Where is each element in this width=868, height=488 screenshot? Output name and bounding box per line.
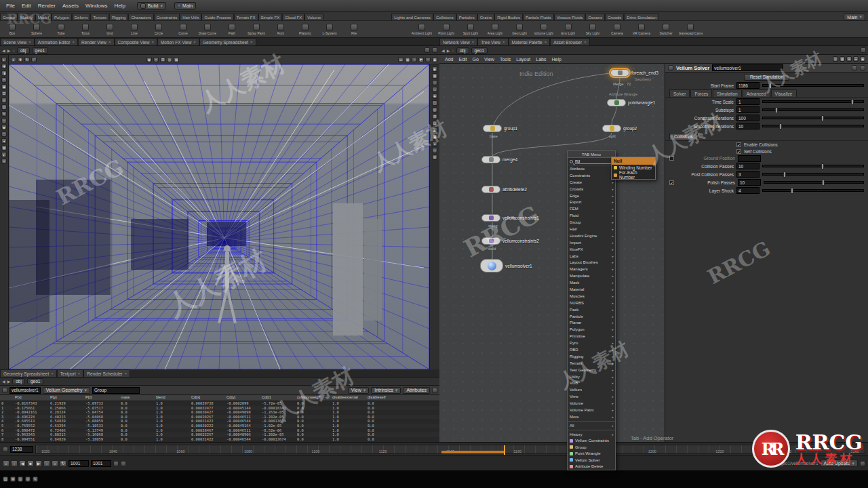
shelf-tab[interactable]: Texture bbox=[90, 14, 109, 20]
tab-menu-category[interactable]: Mask bbox=[568, 279, 615, 286]
param-field[interactable]: 10 bbox=[738, 179, 761, 186]
pane-menu-icon[interactable] bbox=[432, 47, 437, 53]
status-bar-icon[interactable]: ✎ bbox=[33, 476, 38, 482]
viewport-tool-icon[interactable]: ▤ bbox=[1, 104, 7, 110]
column-header[interactable]: Cd[z] bbox=[260, 395, 296, 401]
param-field[interactable]: 3 bbox=[736, 171, 760, 178]
tab-menu-category[interactable]: Houdini Engine bbox=[568, 232, 615, 239]
viewport-tool-icon[interactable]: ▸ bbox=[11, 57, 16, 62]
tab-menu-category[interactable]: Layout Brushes bbox=[568, 259, 615, 266]
tab-menu-category[interactable]: View bbox=[568, 393, 615, 400]
node-body[interactable] bbox=[481, 156, 500, 163]
tab-menu-category[interactable]: Volume Paint bbox=[568, 407, 615, 413]
status-bar-icon[interactable]: ⊞ bbox=[10, 476, 16, 482]
tab-menu-category[interactable]: Material bbox=[568, 286, 615, 293]
reset-simulation-button[interactable]: Reset Simulation bbox=[744, 74, 789, 81]
breadcrumb-geo1[interactable]: geo1 bbox=[32, 47, 48, 54]
node-body[interactable] bbox=[483, 125, 502, 132]
tab-menu-category[interactable]: Pyro bbox=[568, 340, 615, 346]
shelf-tool[interactable]: Ambient Light bbox=[410, 24, 434, 35]
tab-menu-category[interactable]: Labs bbox=[568, 253, 615, 260]
shelf-tool[interactable]: L-System bbox=[317, 24, 342, 35]
viewport-tool-icon[interactable]: ▣ bbox=[1, 84, 7, 89]
shelf-tab[interactable]: Lights and Cameras bbox=[391, 14, 433, 20]
menu-item[interactable]: File bbox=[3, 3, 18, 9]
shelf-tool[interactable]: Area Light bbox=[483, 24, 507, 35]
viewport-tool-icon[interactable]: ▣ bbox=[432, 57, 437, 62]
shelf-tool[interactable]: Line bbox=[122, 24, 146, 35]
table-row[interactable]: 1-0.1756616.25066-5.075170.01.00.0003247… bbox=[0, 406, 439, 411]
shelf-tool[interactable]: Path bbox=[220, 24, 244, 35]
params-node-name-field[interactable]: vellumsolver1 bbox=[712, 64, 783, 71]
back-icon[interactable]: ◀ bbox=[2, 379, 5, 384]
tab-menu-category[interactable]: Create bbox=[568, 179, 615, 186]
range-start-field[interactable]: 1001 bbox=[68, 460, 89, 467]
pane-tab[interactable]: Motion FX View bbox=[157, 38, 199, 45]
pane-tab[interactable]: Tree View bbox=[477, 38, 508, 45]
network-tool-icon[interactable]: ⊞ bbox=[846, 56, 852, 62]
shelf-tab[interactable]: Particles bbox=[456, 14, 477, 20]
shelf-tab[interactable]: Crowds bbox=[605, 14, 624, 20]
shelf-tab[interactable]: Guide Process bbox=[201, 14, 233, 20]
main-desktop-chip[interactable]: + Main bbox=[174, 2, 196, 9]
status-bar-icon[interactable]: ◎ bbox=[18, 476, 23, 482]
viewport-tool-icon[interactable]: ▦ bbox=[174, 57, 179, 62]
collisions-section-tab[interactable]: Collisions bbox=[669, 133, 698, 140]
menu-item[interactable]: Windows bbox=[82, 3, 111, 9]
tab-menu-category[interactable]: Attribute bbox=[568, 165, 615, 172]
shelf-tool[interactable]: File bbox=[342, 24, 366, 35]
self-collisions-checkbox[interactable] bbox=[736, 149, 741, 154]
pane-tab[interactable]: Composite View bbox=[115, 38, 157, 45]
param-field[interactable]: 4 bbox=[736, 187, 760, 194]
tab-menu-category[interactable]: Manipulate bbox=[568, 272, 615, 279]
playhead[interactable] bbox=[504, 445, 505, 455]
tab-menu-category[interactable]: Polygon bbox=[568, 326, 615, 333]
menu-item[interactable]: Help bbox=[111, 3, 128, 9]
gear-icon[interactable] bbox=[852, 65, 857, 70]
shelf-tab[interactable]: Rigid Bodies bbox=[494, 14, 523, 20]
shelf-tool[interactable]: Switcher bbox=[654, 24, 678, 35]
param-slider[interactable] bbox=[762, 125, 864, 127]
tab-menu-category[interactable]: Edge bbox=[568, 192, 615, 199]
back-icon[interactable]: ◀ bbox=[441, 48, 445, 53]
desktop-selector[interactable]: Build ▾ bbox=[137, 2, 166, 9]
forward-icon[interactable]: ▶ bbox=[447, 48, 450, 53]
shelf-tool[interactable]: Gamepad Camera bbox=[678, 24, 703, 35]
column-header[interactable]: disableself bbox=[366, 395, 401, 401]
history-item[interactable]: Point Wrangle bbox=[568, 451, 615, 458]
pane-tab[interactable]: Geometry Spreadsheet bbox=[0, 369, 57, 377]
shelf-tool[interactable]: Camera bbox=[605, 24, 629, 35]
network-menu-item[interactable]: Help bbox=[549, 57, 564, 62]
param-field[interactable]: 10 bbox=[736, 163, 760, 169]
viewport-tool-icon[interactable]: ✕ bbox=[1, 159, 7, 164]
tab-menu-category[interactable]: Terrain bbox=[568, 360, 615, 367]
shelf-tool[interactable]: Circle bbox=[146, 24, 171, 35]
network-tool-icon[interactable]: ◎ bbox=[833, 56, 838, 62]
viewport-tool-icon[interactable]: ▦ bbox=[405, 57, 410, 62]
node-body[interactable] bbox=[481, 237, 500, 245]
history-item[interactable]: Attribute Delete bbox=[568, 464, 615, 470]
column-header[interactable]: P[y] bbox=[49, 395, 84, 401]
column-header[interactable]: blend bbox=[155, 395, 190, 401]
group-filter-field[interactable]: Group bbox=[92, 387, 140, 394]
param-slider[interactable] bbox=[762, 100, 864, 103]
param-field[interactable]: 100 bbox=[736, 115, 760, 121]
tab-menu-category[interactable]: Planar bbox=[568, 319, 615, 326]
timeline-ruler[interactable]: 1020104010601080110011201140116011801200… bbox=[35, 445, 865, 454]
shelf-tool[interactable]: Draw Curve bbox=[195, 24, 220, 35]
transport-button[interactable]: ‹ bbox=[11, 460, 18, 467]
pane-tab[interactable]: Network View bbox=[439, 38, 477, 45]
shelf-tab[interactable]: Particle Fluids bbox=[523, 14, 554, 20]
viewport-tool-icon[interactable]: ◩ bbox=[418, 57, 424, 62]
table-row[interactable]: 0-0.01673436.21929-5.097330.01.00.000297… bbox=[0, 401, 439, 406]
column-header[interactable] bbox=[0, 395, 14, 401]
search-result-null[interactable]: Null bbox=[612, 157, 655, 165]
shelf-tool[interactable]: Tube bbox=[49, 24, 73, 35]
network-menu-item[interactable]: Add bbox=[442, 57, 456, 62]
home-icon[interactable]: ⌂ bbox=[12, 48, 15, 52]
node-pointwrangle1[interactable]: pointwrangle1 bbox=[607, 99, 655, 106]
column-header[interactable]: Cd[y] bbox=[225, 395, 260, 401]
viewport-tool-icon[interactable]: ▦ bbox=[432, 73, 437, 79]
forward-icon[interactable]: ▶ bbox=[7, 379, 11, 384]
shelf-tab[interactable]: Modify bbox=[18, 14, 35, 20]
